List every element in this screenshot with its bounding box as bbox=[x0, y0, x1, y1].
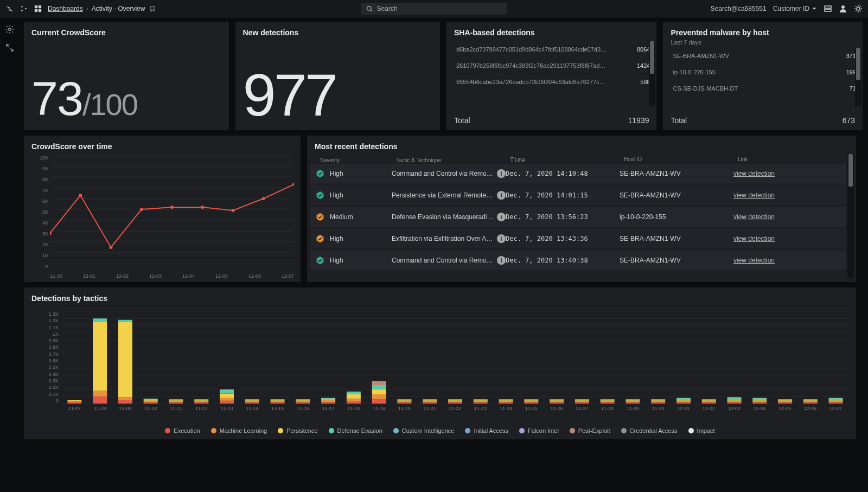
svg-point-35 bbox=[110, 246, 113, 249]
prevented-row[interactable]: SE-BRA-AMZN1-WV371 bbox=[669, 48, 859, 64]
legend-item[interactable]: Initial Access bbox=[465, 427, 508, 434]
svg-rect-83 bbox=[220, 401, 234, 404]
grid-icon[interactable] bbox=[34, 4, 42, 13]
legend-swatch bbox=[519, 428, 525, 433]
svg-marker-45 bbox=[317, 235, 324, 242]
svg-rect-4 bbox=[39, 5, 41, 8]
card-title: CrowdScore over time bbox=[31, 142, 293, 151]
legend-item[interactable]: Machine Learning bbox=[211, 427, 267, 434]
topbar-center: Search bbox=[163, 3, 704, 15]
scrollbar[interactable] bbox=[847, 154, 854, 278]
svg-rect-151 bbox=[626, 399, 640, 400]
info-icon[interactable]: i bbox=[497, 213, 506, 221]
svg-rect-115 bbox=[397, 399, 411, 400]
prevented-row[interactable]: CS-SE-DJS-MACBH-DT71 bbox=[669, 80, 859, 97]
tactic-label: Command and Control via Remote … bbox=[392, 170, 494, 177]
svg-rect-102 bbox=[321, 398, 335, 400]
svg-rect-82 bbox=[194, 399, 208, 400]
view-detection-link[interactable]: view detection bbox=[733, 235, 775, 242]
detection-row[interactable]: HighCommand and Control via Remote …iDec… bbox=[310, 251, 846, 270]
svg-rect-130 bbox=[499, 400, 513, 400]
scrollbar[interactable] bbox=[855, 48, 861, 106]
card-title: New detections bbox=[243, 28, 433, 37]
legend-item[interactable]: Post-Exploit bbox=[570, 427, 610, 434]
search-input[interactable]: Search bbox=[361, 3, 507, 15]
info-icon[interactable]: i bbox=[497, 256, 506, 265]
legend-item[interactable]: Defense Evasion bbox=[329, 427, 382, 434]
svg-rect-107 bbox=[372, 399, 386, 404]
svg-rect-159 bbox=[676, 398, 691, 400]
sha-count: 1424 bbox=[637, 62, 650, 69]
view-detection-link[interactable]: view detection bbox=[733, 191, 775, 199]
theme-icon[interactable] bbox=[854, 4, 863, 13]
gear-icon[interactable] bbox=[4, 24, 15, 35]
chart-y-axis: 1.3K1.2K1.1K1K0.9K0.8K0.7K0.6K0.5K0.4K0.… bbox=[31, 311, 59, 404]
svg-rect-97 bbox=[296, 400, 310, 400]
svg-rect-67 bbox=[118, 400, 132, 404]
legend-item[interactable]: Execution bbox=[165, 427, 200, 434]
legend-swatch bbox=[570, 428, 575, 433]
sha-row[interactable]: 65554b6cabe23a726eadcb72b09204e63afc6a76… bbox=[453, 74, 653, 90]
svg-rect-124 bbox=[474, 402, 488, 404]
legend-item[interactable]: Falcon Intel bbox=[519, 427, 559, 434]
svg-point-34 bbox=[79, 194, 82, 197]
sha-row[interactable]: d6ba2cd73799477c051d9d864c47fcf5108064cd… bbox=[453, 41, 653, 57]
info-icon[interactable]: i bbox=[497, 169, 506, 178]
svg-marker-46 bbox=[317, 257, 324, 264]
server-icon[interactable] bbox=[824, 4, 832, 13]
menu-dots-icon[interactable] bbox=[20, 4, 28, 13]
detection-row[interactable]: HighExfiltration via Exfiltration Over A… bbox=[310, 229, 846, 248]
svg-rect-175 bbox=[778, 399, 792, 400]
detection-row[interactable]: HighCommand and Control via Remote …iDec… bbox=[310, 164, 846, 183]
breadcrumb-root[interactable]: Dashboards bbox=[48, 5, 83, 12]
view-detection-link[interactable]: view detection bbox=[733, 170, 775, 177]
svg-rect-98 bbox=[296, 399, 310, 400]
svg-point-39 bbox=[232, 209, 235, 212]
legend-item[interactable]: Custom Intelligence bbox=[393, 427, 455, 434]
svg-rect-71 bbox=[144, 402, 158, 404]
legend-label: Custom Intelligence bbox=[402, 427, 455, 434]
customer-id-dropdown[interactable]: Customer ID bbox=[773, 5, 817, 12]
scrollbar[interactable] bbox=[649, 41, 655, 106]
sha-row[interactable]: 2610797b258f6fbc974c389f2c76ae291197753f… bbox=[453, 57, 653, 74]
expand-icon[interactable] bbox=[4, 42, 15, 53]
svg-rect-70 bbox=[118, 320, 132, 322]
svg-rect-93 bbox=[271, 400, 285, 400]
search-placeholder: Search bbox=[377, 5, 398, 12]
svg-rect-112 bbox=[397, 402, 411, 404]
svg-rect-9 bbox=[825, 6, 831, 8]
detection-row[interactable]: HighPersistence via External Remote Se…i… bbox=[310, 186, 846, 205]
detection-row[interactable]: MediumDefense Evasion via MasqueradingiD… bbox=[310, 207, 846, 227]
svg-rect-81 bbox=[194, 400, 208, 400]
severity-label: High bbox=[330, 191, 343, 199]
svg-rect-109 bbox=[372, 389, 386, 394]
svg-rect-169 bbox=[752, 401, 767, 402]
legend-item[interactable]: Credential Access bbox=[621, 427, 678, 434]
svg-line-19 bbox=[856, 10, 857, 11]
kpi-row: Current CrowdScore 73/100 New detections… bbox=[24, 22, 863, 130]
falcon-logo-icon[interactable] bbox=[5, 4, 14, 13]
col-host: Host ID bbox=[624, 156, 738, 164]
legend-swatch bbox=[329, 428, 334, 433]
user-icon[interactable] bbox=[839, 4, 847, 13]
svg-rect-158 bbox=[676, 400, 691, 400]
svg-rect-149 bbox=[626, 401, 640, 402]
info-icon[interactable]: i bbox=[497, 191, 506, 200]
svg-rect-157 bbox=[676, 401, 691, 402]
bookmark-icon[interactable] bbox=[148, 4, 157, 13]
svg-rect-63 bbox=[93, 397, 107, 404]
svg-rect-6 bbox=[39, 9, 41, 11]
svg-rect-137 bbox=[550, 401, 564, 402]
tactic-label: Persistence via External Remote Se… bbox=[392, 191, 494, 199]
view-detection-link[interactable]: view detection bbox=[733, 213, 775, 221]
svg-rect-68 bbox=[118, 397, 132, 400]
prevented-row[interactable]: ip-10-0-220-155199 bbox=[669, 64, 859, 80]
legend-item[interactable]: Persistence bbox=[278, 427, 317, 434]
chart-y-axis: 1009080706050403020100 bbox=[31, 155, 48, 269]
card-sha-detections: SHA-based detections d6ba2cd73799477c051… bbox=[446, 22, 656, 130]
card-title: Most recent detections bbox=[315, 142, 848, 151]
severity-label: Medium bbox=[330, 213, 353, 221]
info-icon[interactable]: i bbox=[497, 234, 506, 243]
view-detection-link[interactable]: view detection bbox=[733, 257, 775, 264]
legend-item[interactable]: Impact bbox=[688, 427, 715, 434]
